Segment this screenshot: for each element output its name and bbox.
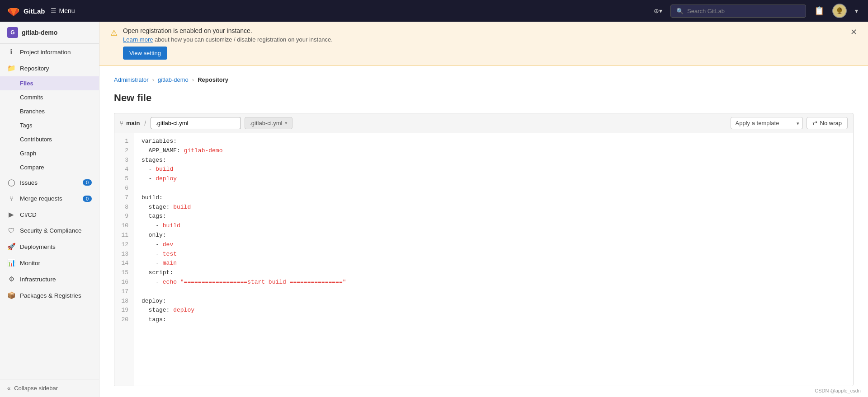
collapse-sidebar-button[interactable]: « Collapse sidebar <box>0 379 99 397</box>
sidebar-deployments-label: Deployments <box>20 243 56 250</box>
branch-badge: ⑂ main <box>120 120 140 127</box>
avatar-image <box>833 4 846 18</box>
new-item-button[interactable]: ⊕ ▾ <box>651 5 665 17</box>
issues-icon: ◯ <box>7 178 15 187</box>
user-menu-button[interactable]: ▾ <box>852 5 861 17</box>
sidebar-monitor-label: Monitor <box>20 260 40 266</box>
sidebar-item-compare[interactable]: Compare <box>0 160 99 174</box>
repository-icon: 📁 <box>7 64 15 72</box>
packages-icon: 📦 <box>7 291 15 299</box>
user-avatar[interactable] <box>832 4 847 18</box>
code-line: only: <box>142 231 846 240</box>
line-number: 14 <box>114 259 134 268</box>
gitlab-logo[interactable]: GitLab <box>7 5 45 17</box>
menu-toggle[interactable]: ☰ Menu <box>51 7 75 14</box>
sidebar-cicd-label: CI/CD <box>20 211 37 218</box>
sidebar-item-project-information[interactable]: ℹ Project information <box>0 44 99 60</box>
warning-close-button[interactable]: ✕ <box>850 27 857 37</box>
todo-icon-button[interactable]: 📋 <box>811 3 827 19</box>
search-bar[interactable]: 🔍 Search GitLab <box>670 5 806 18</box>
code-line: deploy: <box>142 297 846 306</box>
infrastructure-icon: ⚙ <box>7 275 15 283</box>
code-line: build: <box>142 193 846 203</box>
code-line: stages: <box>142 156 846 165</box>
editor-toolbar: ⑂ main / .gitlab-ci.yml ▾ Apply a templa… <box>114 113 854 133</box>
line-number: 17 <box>114 287 134 297</box>
line-number: 19 <box>114 306 134 315</box>
line-numbers: 1234567891011121314151617181920 <box>114 133 134 386</box>
sidebar-item-label: Project information <box>20 49 71 56</box>
code-content[interactable]: variables: APP_NAME: gitlab-demostages: … <box>134 133 853 386</box>
sidebar-item-merge-requests[interactable]: ⑂ Merge requests 0 <box>0 191 99 206</box>
sidebar-item-graph[interactable]: Graph <box>0 146 99 160</box>
monitor-icon: 📊 <box>7 259 15 267</box>
deployments-icon: 🚀 <box>7 243 15 251</box>
filename-badge-chevron: ▾ <box>285 120 288 126</box>
filename-input[interactable] <box>151 117 241 129</box>
sidebar-compare-label: Compare <box>20 164 44 171</box>
gitlab-wordmark: GitLab <box>24 7 45 15</box>
sidebar-contributors-label: Contributors <box>20 136 52 143</box>
line-number: 7 <box>114 193 134 203</box>
warning-banner: ⚠ Open registration is enabled on your i… <box>99 22 868 65</box>
code-line: - main <box>142 259 846 268</box>
line-number: 15 <box>114 268 134 278</box>
sidebar-item-packages[interactable]: 📦 Packages & Registries <box>0 287 99 304</box>
line-number: 1 <box>114 137 134 146</box>
menu-label: Menu <box>59 7 75 14</box>
code-line: tags: <box>142 315 846 325</box>
breadcrumb-sep-1: › <box>152 76 154 83</box>
line-number: 9 <box>114 212 134 221</box>
search-icon: 🔍 <box>676 8 684 14</box>
new-chevron: ▾ <box>659 7 662 14</box>
sidebar-item-cicd[interactable]: ▶ CI/CD <box>0 206 99 223</box>
user-chevron-icon: ▾ <box>855 7 858 14</box>
sidebar-item-tags[interactable]: Tags <box>0 118 99 132</box>
code-line: - test <box>142 250 846 259</box>
sidebar-item-deployments[interactable]: 🚀 Deployments <box>0 238 99 255</box>
merge-icon: ⑂ <box>7 195 15 202</box>
sidebar-issues-label: Issues <box>20 179 38 186</box>
code-line <box>142 287 846 297</box>
code-line: script: <box>142 268 846 278</box>
warning-icon: ⚠ <box>110 28 118 38</box>
security-icon: 🛡 <box>7 227 15 234</box>
code-line: stage: build <box>142 203 846 212</box>
sidebar-item-security[interactable]: 🛡 Security & Compliance <box>0 223 99 238</box>
view-setting-button[interactable]: View setting <box>123 47 167 60</box>
line-number: 20 <box>114 315 134 325</box>
sidebar-item-contributors[interactable]: Contributors <box>0 132 99 146</box>
sidebar-item-repository[interactable]: 📁 Repository <box>0 60 99 76</box>
sidebar-item-issues[interactable]: ◯ Issues 0 <box>0 174 99 191</box>
sidebar-item-monitor[interactable]: 📊 Monitor <box>0 255 99 271</box>
breadcrumb-sep-2: › <box>192 76 194 83</box>
code-line: stage: deploy <box>142 306 846 315</box>
hamburger-icon: ☰ <box>51 7 57 14</box>
project-header[interactable]: G gitlab-demo <box>0 22 99 44</box>
project-name: gitlab-demo <box>22 29 57 36</box>
code-editor[interactable]: 1234567891011121314151617181920 variable… <box>114 133 854 386</box>
line-number: 11 <box>114 231 134 240</box>
sidebar-item-label: Repository <box>20 65 49 72</box>
breadcrumb-admin[interactable]: Administrator <box>114 76 149 83</box>
watermark: CSDN @apple_csdn <box>815 388 861 393</box>
line-number: 18 <box>114 297 134 306</box>
todo-icon: 📋 <box>814 6 824 16</box>
sidebar-item-files[interactable]: Files <box>0 76 99 90</box>
sidebar-item-infrastructure[interactable]: ⚙ Infrastructure <box>0 271 99 287</box>
code-line: variables: <box>142 137 846 146</box>
learn-more-link[interactable]: Learn more <box>123 36 153 43</box>
main-layout: G gitlab-demo ℹ Project information 📁 Re… <box>0 22 868 397</box>
sidebar-item-branches[interactable]: Branches <box>0 104 99 118</box>
nowrap-button[interactable]: ⇄ No wrap <box>807 117 848 129</box>
breadcrumb-project[interactable]: gitlab-demo <box>158 76 189 83</box>
info-icon: ℹ <box>7 48 15 56</box>
code-line: - deploy <box>142 174 846 184</box>
line-number: 5 <box>114 174 134 184</box>
search-placeholder: Search GitLab <box>687 8 725 14</box>
line-number: 3 <box>114 156 134 165</box>
code-line: tags: <box>142 212 846 221</box>
sidebar-item-commits[interactable]: Commits <box>0 90 99 104</box>
cicd-icon: ▶ <box>7 210 15 219</box>
template-select[interactable]: Apply a template <box>731 117 803 129</box>
